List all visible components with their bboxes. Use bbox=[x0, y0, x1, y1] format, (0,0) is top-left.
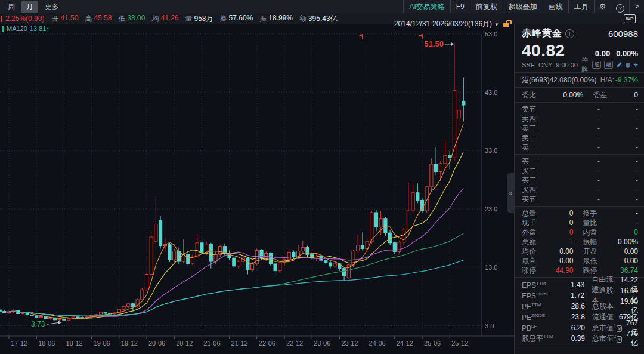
level-label: 买二 bbox=[522, 166, 546, 176]
change-value: 0.00 bbox=[595, 49, 610, 58]
ma-legend-value: 13.81↑ bbox=[30, 25, 49, 32]
chevron-right-icon[interactable]: > bbox=[629, 0, 644, 13]
level-price: - bbox=[546, 195, 600, 204]
stat-value: 41.50 bbox=[60, 14, 78, 24]
stat-均: 均41.26 bbox=[151, 14, 178, 24]
stat-value: 958万 bbox=[194, 14, 213, 24]
tool-F9[interactable]: F9 bbox=[450, 0, 470, 13]
info-icon[interactable]: ! bbox=[565, 29, 574, 38]
tool-工具[interactable]: 工具 bbox=[568, 0, 594, 13]
level-volume: - bbox=[600, 143, 638, 152]
quote-panel: » 赤峰黄金 ! 600988 40.82 0.00 0.00% SSE CNY… bbox=[514, 24, 644, 354]
candlestick-chart[interactable]: 53.043.033.023.013.03.017-1218-0618-1219… bbox=[0, 24, 514, 354]
tab-周[interactable]: 周 bbox=[3, 1, 20, 13]
ma-legend[interactable]: MA120 13.81↑ bbox=[2, 25, 49, 32]
stat-额: 额395.43亿 bbox=[299, 14, 338, 24]
margin-badge: 融 bbox=[604, 61, 613, 69]
svg-text:23.0: 23.0 bbox=[485, 205, 497, 213]
svg-text:21-06: 21-06 bbox=[203, 340, 220, 347]
stat-value: 0.00% bbox=[611, 238, 639, 246]
unlock-icon[interactable] bbox=[503, 23, 509, 27]
panel-collapse-handle[interactable]: » bbox=[507, 173, 515, 213]
stat-row: 总额-振幅0.00% bbox=[522, 237, 638, 247]
tool-画线[interactable]: 画线 bbox=[543, 0, 568, 13]
level-label: 卖三 bbox=[522, 124, 546, 134]
fund-label: PE2025E bbox=[522, 313, 559, 322]
stat-label: 涨停 bbox=[522, 266, 546, 276]
stat-row: 现手0量比- bbox=[522, 218, 638, 227]
hk-share-row: 港(6693)42.080(0.00%) H/A: -9.37% bbox=[522, 75, 638, 85]
svg-text:51.50: 51.50 bbox=[424, 39, 444, 48]
tool-超级叠加[interactable]: 超级叠加 bbox=[503, 0, 543, 13]
bid-row[interactable]: 买五-- bbox=[522, 195, 638, 204]
ma-legend-name: MA120 bbox=[7, 25, 27, 32]
stat-value: - bbox=[546, 238, 574, 246]
level-label: 买四 bbox=[522, 185, 546, 195]
fund-value: 23.8 bbox=[559, 313, 585, 321]
level-volume: - bbox=[600, 176, 638, 184]
svg-text:17-12: 17-12 bbox=[11, 340, 27, 347]
stat-label: 内盘 bbox=[583, 227, 611, 238]
stat-value: 36.74 bbox=[611, 266, 639, 275]
tab-更多[interactable]: 更多 bbox=[40, 1, 64, 13]
bid-row[interactable]: 买二-- bbox=[522, 166, 638, 176]
svg-text:23-06: 23-06 bbox=[314, 340, 330, 347]
chart-area: MA120 13.81↑ 2014/12/31-2026/03/20(136月)… bbox=[0, 24, 514, 354]
stat-label: 开盘 bbox=[583, 247, 611, 257]
level-volume: - bbox=[600, 124, 638, 133]
level-price: - bbox=[546, 143, 600, 152]
bid-row[interactable]: 买四-- bbox=[522, 185, 638, 195]
fund-value: 1.72 bbox=[559, 291, 585, 300]
date-range-selector[interactable]: 2014/12/31-2026/03/20(136月) ▼ bbox=[394, 19, 509, 30]
wp-window-icon[interactable]: WP bbox=[624, 14, 636, 23]
help-icon[interactable]: ? bbox=[611, 0, 629, 13]
svg-text:19-12: 19-12 bbox=[121, 340, 138, 347]
stat-row: 外盘0内盘0 bbox=[522, 227, 638, 237]
ohlc-stats-bar: 2.25%(0.90) 开41.50高45.58低38.00均41.26量958… bbox=[0, 13, 644, 24]
tool-AI交易策略[interactable]: AI交易策略 bbox=[403, 0, 450, 13]
fund-value: 28.6 bbox=[559, 302, 585, 310]
fund-value: 1.43 bbox=[559, 281, 585, 289]
bid-row[interactable]: 买一-- bbox=[522, 156, 638, 166]
quote-time: 9:00:00 bbox=[556, 61, 578, 69]
connect-badge: 通 bbox=[592, 61, 601, 69]
ask-row[interactable]: 卖三-- bbox=[522, 124, 638, 133]
tool-前复权[interactable]: 前复权 bbox=[470, 0, 503, 13]
fund-value: 0.39 bbox=[559, 334, 585, 343]
edit-pencil-icon[interactable] bbox=[617, 62, 622, 67]
weibi-label: 委比 bbox=[522, 90, 536, 100]
stat-label: 总额 bbox=[522, 237, 546, 247]
add-icon[interactable]: + bbox=[633, 62, 638, 68]
level-label: 卖二 bbox=[522, 133, 546, 143]
level-label: 买一 bbox=[522, 156, 546, 167]
level-price: - bbox=[546, 176, 600, 184]
stat-label: 最高 bbox=[522, 256, 546, 266]
ask-row[interactable]: 卖二-- bbox=[522, 133, 638, 143]
stat-label: 高 bbox=[85, 14, 92, 24]
ask-row[interactable]: 卖一-- bbox=[522, 143, 638, 152]
stat-振: 振18.99% bbox=[259, 14, 293, 24]
bid-row[interactable]: 买三-- bbox=[522, 176, 638, 185]
stat-value: 0 bbox=[611, 228, 639, 236]
level-price: - bbox=[546, 115, 600, 123]
stat-value: 18.99% bbox=[268, 14, 293, 24]
ask-row[interactable]: 卖四-- bbox=[522, 114, 638, 124]
alert-bell-icon[interactable] bbox=[626, 63, 630, 67]
stat-value: 0.00 bbox=[611, 257, 639, 265]
level-label: 买五 bbox=[522, 195, 546, 205]
level-price: - bbox=[546, 134, 600, 142]
level-price: - bbox=[546, 105, 600, 113]
level-volume: - bbox=[600, 134, 638, 142]
svg-text:43.0: 43.0 bbox=[485, 89, 497, 96]
stat-value: 44.90 bbox=[546, 266, 574, 275]
fundamental-row: PE2025E23.8流通值679亿 bbox=[522, 312, 638, 322]
level-label: 卖四 bbox=[522, 114, 546, 124]
ask-row[interactable]: 卖五-- bbox=[522, 104, 638, 114]
gear-icon[interactable]: ⚙ bbox=[594, 0, 611, 13]
tab-月[interactable]: 月 bbox=[21, 1, 38, 13]
stat-label: 总量 bbox=[522, 208, 546, 218]
svg-text:25-06: 25-06 bbox=[424, 340, 441, 347]
currency-label: CNY bbox=[538, 61, 552, 69]
chevron-down-icon: ▼ bbox=[494, 22, 499, 27]
svg-text:22-12: 22-12 bbox=[286, 340, 303, 347]
